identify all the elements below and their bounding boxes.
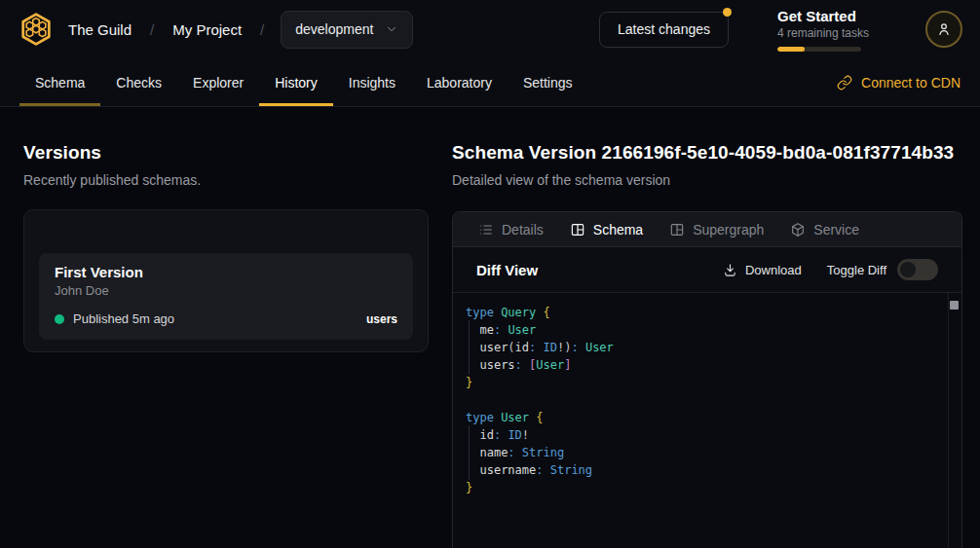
columns-icon bbox=[669, 222, 685, 237]
connect-to-cdn-button[interactable]: Connect to CDN bbox=[837, 58, 961, 106]
nav-tab-history[interactable]: History bbox=[259, 58, 333, 106]
breadcrumb-separator: / bbox=[150, 21, 154, 38]
toggle-diff-control: Toggle Diff bbox=[827, 259, 938, 280]
user-icon bbox=[935, 20, 953, 38]
get-started-progress-fill bbox=[777, 47, 805, 52]
detail-tab-label: Details bbox=[502, 222, 544, 237]
version-list-item[interactable]: First Version John Doe Published 5m ago … bbox=[39, 253, 413, 340]
versions-list-card: First Version John Doe Published 5m ago … bbox=[23, 209, 429, 352]
get-started-title: Get Started bbox=[777, 8, 871, 24]
get-started-widget[interactable]: Get Started 4 remaining tasks bbox=[777, 8, 871, 52]
box-icon bbox=[790, 222, 806, 237]
code-line: name: String bbox=[466, 444, 942, 461]
code-line: type User { bbox=[466, 409, 942, 426]
toggle-diff-label: Toggle Diff bbox=[827, 263, 886, 277]
get-started-progress bbox=[777, 47, 861, 52]
diff-view-toolbar: Diff View Download Toggle Diff bbox=[453, 247, 961, 293]
code-line: type Query { bbox=[466, 304, 942, 321]
schema-version-subtitle: Detailed view of the schema version bbox=[452, 172, 962, 188]
graphql-code: type Query { me: User user(id: ID!): Use… bbox=[453, 293, 961, 507]
published-status-dot bbox=[55, 314, 64, 324]
latest-changes-label: Latest changes bbox=[618, 21, 710, 37]
nav-tab-checks[interactable]: Checks bbox=[100, 58, 177, 106]
toggle-diff-switch[interactable] bbox=[897, 259, 938, 280]
schema-version-card: DetailsSchemaSupergraphService Diff View… bbox=[452, 211, 962, 548]
target-selector-value: development bbox=[295, 21, 373, 37]
nav-tab-explorer[interactable]: Explorer bbox=[177, 58, 259, 106]
breadcrumb: The Guild / My Project / bbox=[68, 21, 264, 38]
versions-subtitle: Recently published schemas. bbox=[23, 172, 429, 188]
get-started-subtitle: 4 remaining tasks bbox=[777, 26, 871, 40]
toggle-knob bbox=[900, 262, 916, 277]
nav-tab-laboratory[interactable]: Laboratory bbox=[411, 58, 508, 106]
scrollbar-track bbox=[948, 293, 949, 548]
version-service-badge: users bbox=[366, 312, 397, 326]
code-line: id: ID! bbox=[466, 426, 942, 444]
detail-tab-schema[interactable]: Schema bbox=[570, 222, 643, 237]
version-status: Published 5m ago bbox=[73, 311, 174, 326]
diff-view-title: Diff View bbox=[476, 262, 538, 278]
detail-tab-service[interactable]: Service bbox=[790, 222, 859, 237]
main-nav: SchemaChecksExplorerHistoryInsightsLabor… bbox=[0, 58, 980, 107]
content: Versions Recently published schemas. Fir… bbox=[0, 107, 980, 548]
target-selector[interactable]: development bbox=[281, 11, 413, 49]
versions-title: Versions bbox=[23, 142, 429, 164]
detail-tab-details[interactable]: Details bbox=[478, 222, 544, 237]
detail-tab-supergraph[interactable]: Supergraph bbox=[669, 222, 764, 237]
breadcrumb-project[interactable]: My Project bbox=[172, 21, 242, 38]
detail-tab-label: Schema bbox=[593, 222, 643, 237]
versions-panel: Versions Recently published schemas. Fir… bbox=[0, 107, 452, 548]
code-line: } bbox=[466, 374, 942, 391]
nav-tab-schema[interactable]: Schema bbox=[19, 58, 100, 106]
schema-version-title: Schema Version 2166196f-5e10-4059-bd0a-0… bbox=[452, 142, 962, 164]
schema-code-viewer[interactable]: type Query { me: User user(id: ID!): Use… bbox=[453, 293, 961, 548]
connect-to-cdn-label: Connect to CDN bbox=[861, 75, 961, 91]
code-line bbox=[466, 391, 942, 409]
breadcrumb-separator: / bbox=[260, 21, 264, 38]
code-line: users: [User] bbox=[466, 356, 942, 374]
code-line: me: User bbox=[466, 321, 942, 339]
version-meta-row: Published 5m ago users bbox=[55, 311, 397, 326]
diff-view-actions: Download Toggle Diff bbox=[723, 259, 938, 280]
user-avatar[interactable] bbox=[925, 11, 962, 48]
main-nav-tabs: SchemaChecksExplorerHistoryInsightsLabor… bbox=[19, 58, 588, 106]
download-icon bbox=[723, 263, 737, 277]
nav-tab-settings[interactable]: Settings bbox=[508, 58, 588, 106]
breadcrumb-org[interactable]: The Guild bbox=[68, 21, 132, 38]
detail-tab-label: Supergraph bbox=[693, 222, 764, 237]
version-author: John Doe bbox=[55, 283, 397, 298]
list-icon bbox=[478, 222, 494, 237]
code-line: username: String bbox=[466, 461, 942, 479]
latest-changes-button[interactable]: Latest changes bbox=[599, 12, 729, 48]
top-bar: The Guild / My Project / development Lat… bbox=[0, 0, 980, 58]
chevron-down-icon bbox=[385, 22, 398, 36]
schema-version-panel: Schema Version 2166196f-5e10-4059-bd0a-0… bbox=[452, 107, 980, 548]
hive-logo-icon[interactable] bbox=[18, 11, 55, 48]
code-line: } bbox=[466, 479, 942, 496]
scrollbar-thumb[interactable] bbox=[950, 301, 959, 310]
code-line: user(id: ID!): User bbox=[466, 339, 942, 356]
version-name: First Version bbox=[55, 264, 397, 280]
columns-icon bbox=[570, 222, 585, 237]
download-button[interactable]: Download bbox=[723, 263, 802, 277]
download-label: Download bbox=[745, 263, 802, 277]
nav-tab-insights[interactable]: Insights bbox=[333, 58, 411, 106]
detail-tab-bar: DetailsSchemaSupergraphService bbox=[453, 212, 961, 247]
link-icon bbox=[837, 75, 852, 91]
detail-tab-label: Service bbox=[813, 222, 859, 237]
notification-dot bbox=[723, 8, 732, 17]
